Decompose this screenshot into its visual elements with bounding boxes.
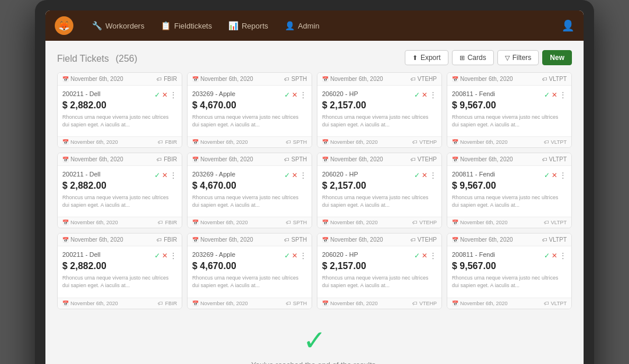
reject-icon[interactable]: ✕: [552, 252, 557, 260]
card-amount: $ 2,882.00: [62, 100, 177, 111]
tag-icon: 🏷: [284, 237, 289, 243]
more-options-icon[interactable]: ⋮: [169, 251, 177, 260]
nav-admin[interactable]: 👤 Admin: [278, 17, 327, 34]
card-header-date: 📅 November 6th, 2020: [192, 236, 253, 243]
approve-icon[interactable]: ✓: [414, 252, 420, 260]
card-footer: 📅 November 6th, 2020 🏷 VLTPT: [447, 136, 571, 147]
field-ticket-card[interactable]: 📅 November 6th, 2020 🏷 FBIR 200211 - Del…: [57, 233, 182, 309]
approve-icon[interactable]: ✓: [154, 91, 160, 99]
reject-icon[interactable]: ✕: [422, 252, 427, 260]
approve-icon[interactable]: ✓: [544, 252, 550, 260]
export-button[interactable]: ⬆ Export: [405, 50, 448, 65]
reject-icon[interactable]: ✕: [292, 252, 298, 260]
card-tag-text: VTEHP: [418, 236, 437, 243]
more-options-icon[interactable]: ⋮: [559, 90, 567, 99]
footer-tag-icon: 🏷: [158, 220, 163, 225]
reject-icon[interactable]: ✕: [422, 91, 427, 99]
footer-tag-icon: 🏷: [544, 301, 549, 306]
field-ticket-card[interactable]: 📅 November 6th, 2020 🏷 SPTH 203269 - App…: [187, 233, 312, 309]
more-options-icon[interactable]: ⋮: [559, 251, 567, 260]
cards-button[interactable]: ⊞ Cards: [452, 50, 494, 65]
filters-button[interactable]: ▽ Filters: [497, 50, 539, 65]
card-tag-text: SPTH: [291, 156, 307, 162]
footer-tag-icon: 🏷: [544, 139, 549, 145]
card-footer-tag: 🏷 SPTH: [286, 301, 307, 306]
field-ticket-card[interactable]: 📅 November 6th, 2020 🏷 FBIR 200211 - Del…: [57, 153, 182, 228]
reject-icon[interactable]: ✕: [552, 91, 557, 99]
reject-icon[interactable]: ✕: [552, 171, 557, 179]
field-ticket-card[interactable]: 📅 November 6th, 2020 🏷 VTEHP 206020 - HP…: [317, 72, 442, 148]
card-amount: $ 9,567.00: [452, 100, 567, 111]
field-ticket-card[interactable]: 📅 November 6th, 2020 🏷 VLTPT 200811 - Fe…: [447, 72, 572, 148]
approve-icon[interactable]: ✓: [414, 91, 420, 99]
reject-icon[interactable]: ✕: [292, 91, 298, 99]
cards-icon: ⊞: [460, 54, 465, 62]
card-title-row: 200811 - Fendi ✓ ✕ ⋮: [452, 90, 567, 99]
card-title-row: 200811 - Fendi ✓ ✕ ⋮: [452, 251, 567, 260]
calendar-icon: 📅: [62, 237, 69, 243]
card-body: 200211 - Dell ✓ ✕ ⋮ $ 2,882.00 Rhoncus u…: [58, 166, 182, 217]
card-body: 206020 - HP ✓ ✕ ⋮ $ 2,157.00 Rhoncus urn…: [317, 86, 441, 136]
approve-icon[interactable]: ✓: [284, 252, 290, 260]
card-amount: $ 2,157.00: [322, 181, 437, 191]
field-ticket-card[interactable]: 📅 November 6th, 2020 🏷 VTEHP 206020 - HP…: [317, 233, 442, 309]
approve-icon[interactable]: ✓: [284, 171, 290, 179]
reject-icon[interactable]: ✕: [162, 252, 168, 260]
field-ticket-card[interactable]: 📅 November 6th, 2020 🏷 VLTPT 200811 - Fe…: [447, 153, 572, 228]
reject-icon[interactable]: ✕: [422, 171, 427, 179]
card-date-text: November 6th, 2020: [460, 236, 513, 243]
card-amount: $ 2,882.00: [62, 181, 177, 191]
new-button[interactable]: New: [542, 50, 572, 65]
nav-fieldtickets[interactable]: 📋 Fieldtickets: [154, 17, 219, 34]
field-ticket-card[interactable]: 📅 November 6th, 2020 🏷 VLTPT 200811 - Fe…: [447, 233, 572, 309]
card-body: 200811 - Fendi ✓ ✕ ⋮ $ 9,567.00 Rhoncus …: [447, 166, 571, 217]
card-body: 203269 - Apple ✓ ✕ ⋮ $ 4,670.00 Rhoncus …: [188, 86, 312, 136]
approve-icon[interactable]: ✓: [544, 91, 550, 99]
more-options-icon[interactable]: ⋮: [299, 90, 307, 99]
card-title-row: 206020 - HP ✓ ✕ ⋮: [322, 251, 437, 260]
card-footer-tag-text: VLTPT: [551, 220, 567, 225]
card-footer-date: 📅 November 6th, 2020: [452, 139, 508, 145]
card-footer-tag-text: SPTH: [293, 139, 307, 145]
reject-icon[interactable]: ✕: [162, 171, 168, 179]
card-body: 206020 - HP ✓ ✕ ⋮ $ 2,157.00 Rhoncus urn…: [317, 166, 441, 217]
field-ticket-card[interactable]: 📅 November 6th, 2020 🏷 VTEHP 206020 - HP…: [317, 153, 442, 228]
more-options-icon[interactable]: ⋮: [169, 90, 177, 99]
card-date-text: November 6th, 2020: [330, 156, 383, 162]
card-date-text: November 6th, 2020: [330, 236, 383, 243]
footer-tag-icon: 🏷: [412, 139, 418, 145]
more-options-icon[interactable]: ⋮: [299, 251, 307, 260]
footer-tag-icon: 🏷: [412, 220, 418, 225]
field-ticket-card[interactable]: 📅 November 6th, 2020 🏷 FBIR 200211 - Del…: [57, 72, 182, 148]
card-footer: 📅 November 6th, 2020 🏷 VTEHP: [317, 298, 441, 309]
reject-icon[interactable]: ✕: [162, 91, 168, 99]
approve-icon[interactable]: ✓: [154, 252, 160, 260]
more-options-icon[interactable]: ⋮: [559, 171, 567, 179]
approve-icon[interactable]: ✓: [414, 171, 420, 179]
card-body: 203269 - Apple ✓ ✕ ⋮ $ 4,670.00 Rhoncus …: [188, 166, 312, 217]
field-ticket-card[interactable]: 📅 November 6th, 2020 🏷 SPTH 203269 - App…: [187, 153, 312, 228]
card-footer-tag: 🏷 FBIR: [158, 301, 177, 306]
more-options-icon[interactable]: ⋮: [299, 171, 307, 179]
card-header-tag: 🏷 VLTPT: [542, 236, 567, 243]
approve-icon[interactable]: ✓: [284, 91, 290, 99]
nav-workorders[interactable]: 🔧 Workorders: [85, 17, 151, 34]
more-options-icon[interactable]: ⋮: [429, 171, 437, 179]
nav-reports[interactable]: 📊 Reports: [221, 17, 275, 34]
card-date-text: November 6th, 2020: [70, 156, 123, 162]
more-options-icon[interactable]: ⋮: [169, 171, 177, 179]
footer-calendar-icon: 📅: [322, 301, 328, 306]
more-options-icon[interactable]: ⋮: [429, 251, 437, 260]
card-footer-date: 📅 November 6th, 2020: [62, 301, 118, 306]
more-options-icon[interactable]: ⋮: [429, 90, 437, 99]
approve-icon[interactable]: ✓: [544, 171, 550, 179]
calendar-icon: 📅: [452, 157, 458, 162]
footer-calendar-icon: 📅: [62, 220, 69, 225]
reject-icon[interactable]: ✕: [292, 171, 298, 179]
user-menu[interactable]: 👤: [561, 19, 574, 32]
card-header: 📅 November 6th, 2020 🏷 VLTPT: [447, 73, 571, 86]
field-ticket-card[interactable]: 📅 November 6th, 2020 🏷 SPTH 203269 - App…: [187, 72, 312, 148]
card-header: 📅 November 6th, 2020 🏷 VTEHP: [317, 234, 441, 246]
card-title-row: 203269 - Apple ✓ ✕ ⋮: [192, 171, 307, 179]
approve-icon[interactable]: ✓: [154, 171, 160, 179]
